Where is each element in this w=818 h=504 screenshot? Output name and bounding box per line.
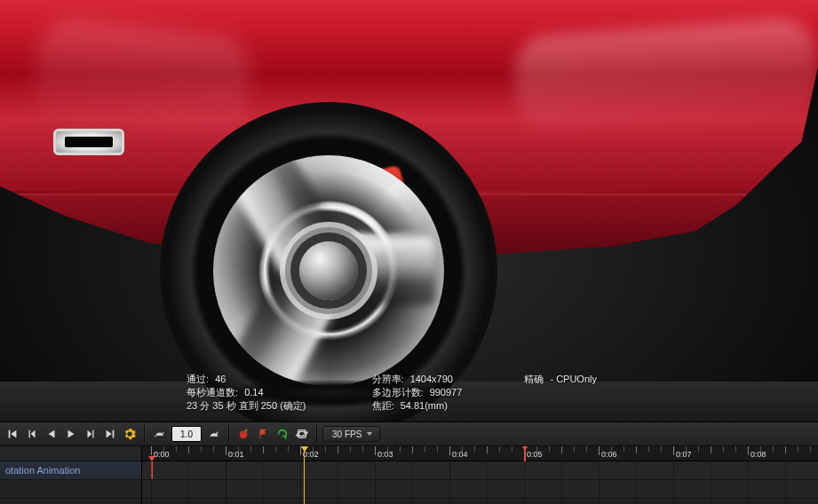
focal-value: 54.81(mm)	[401, 400, 448, 411]
center-hub	[299, 241, 358, 300]
timeline-gridline	[449, 461, 450, 504]
stop-record-icon	[237, 428, 250, 440]
fast-speed-button[interactable]	[205, 425, 223, 443]
timeline-gridline-minor	[263, 461, 264, 504]
goto-end-button[interactable]	[101, 425, 119, 443]
loop-icon	[296, 428, 308, 440]
timeline-gridline	[599, 461, 600, 504]
prev-key-icon	[26, 428, 38, 440]
fps-dropdown[interactable]: 30 FPS	[322, 426, 380, 442]
fps-label: 30 FPS	[332, 429, 361, 439]
track-label-empty[interactable]	[0, 480, 141, 499]
passes-per-sec-label: 每秒通道数:	[187, 387, 238, 398]
timeline-gridline	[151, 461, 152, 504]
render-profile-value: CPUOnly	[556, 374, 597, 384]
refresh-button[interactable]	[274, 425, 291, 443]
stop-record-button[interactable]	[234, 425, 252, 443]
passes-per-sec-value: 0.14	[244, 387, 263, 398]
track-header-spacer	[0, 446, 141, 461]
playback-toolbar: 30 FPS	[0, 421, 818, 446]
chevron-down-icon	[367, 432, 372, 436]
timeline-gridline-minor	[338, 461, 338, 504]
track-label-column: otation Animation	[0, 446, 142, 504]
timeline-gridline	[673, 461, 674, 504]
timeline-panel: otation Animation 0:000:010:020:030:040:…	[0, 446, 818, 504]
gear-icon	[123, 428, 136, 440]
timeline-gridline-minor	[561, 461, 562, 504]
playhead[interactable]	[304, 446, 305, 504]
range-end-marker[interactable]	[524, 446, 526, 461]
passes-label: 通过:	[187, 374, 209, 384]
play-forward-icon	[65, 428, 77, 440]
play-reverse-icon	[45, 428, 58, 440]
timeline-ruler-area[interactable]: 0:000:010:020:030:040:050:060:070:08	[142, 446, 818, 504]
keyframe-flag-button[interactable]	[254, 425, 272, 443]
passes-per-sec-stat: 每秒通道数: 0.14	[187, 386, 310, 399]
resolution-label: 分辨率:	[372, 374, 404, 384]
slow-speed-button[interactable]	[150, 425, 168, 443]
loop-button[interactable]	[293, 425, 311, 443]
specular-highlight	[512, 16, 818, 134]
track-row[interactable]	[142, 480, 818, 499]
timeline-gridline-minor	[785, 461, 786, 504]
timeline-gridline	[748, 461, 749, 504]
prev-keyframe-button[interactable]	[23, 425, 41, 443]
polycount-stat: 多边形计数: 990977	[372, 386, 463, 399]
keyframe-flag-icon	[257, 428, 269, 440]
turtle-icon	[153, 428, 165, 440]
timeline-gridline-minor	[487, 461, 488, 504]
rabbit-icon	[208, 428, 220, 440]
track-label-rotation-animation[interactable]: otation Animation	[0, 461, 141, 480]
goto-start-button[interactable]	[4, 425, 21, 443]
polycount-label: 多边形计数:	[372, 387, 424, 398]
wheel-rim	[213, 155, 444, 386]
polycount-value: 990977	[430, 387, 463, 398]
render-profile-label: 精确	[524, 374, 544, 384]
play-reverse-button[interactable]	[43, 425, 60, 443]
eta-stat: 23 分 35 秒 直到 250 (确定)	[187, 399, 310, 413]
toolbar-divider	[228, 425, 229, 443]
passes-stat: 通过: 46	[187, 373, 310, 386]
timeline-gridline	[375, 461, 376, 504]
track-row[interactable]	[142, 461, 818, 480]
timeline-gridline	[226, 461, 226, 504]
render-viewport[interactable]: 通过: 46 每秒通道数: 0.14 23 分 35 秒 直到 250 (确定)…	[0, 0, 818, 421]
resolution-value: 1404x790	[410, 374, 453, 384]
focal-stat: 焦距: 54.81(mm)	[372, 399, 463, 413]
eta-text: 23 分 35 秒 直到 250 (确定)	[187, 400, 306, 411]
timeline-gridline	[524, 461, 525, 504]
side-marker-light	[53, 129, 124, 155]
play-forward-button[interactable]	[62, 425, 80, 443]
timeline-gridline-minor	[188, 461, 189, 504]
passes-value: 46	[215, 374, 226, 384]
timeline-gridline	[300, 461, 301, 504]
timeline-ruler[interactable]: 0:000:010:020:030:040:050:060:070:08	[142, 446, 818, 461]
timeline-gridline-minor	[636, 461, 637, 504]
render-stats-overlay: 通过: 46 每秒通道数: 0.14 23 分 35 秒 直到 250 (确定)…	[187, 373, 597, 413]
goto-start-icon	[6, 428, 19, 440]
track-label-text: otation Animation	[5, 465, 80, 476]
goto-end-icon	[104, 428, 116, 440]
toolbar-divider	[144, 425, 145, 443]
playback-speed-input[interactable]	[171, 426, 202, 442]
next-keyframe-button[interactable]	[82, 425, 99, 443]
render-profile-stat: 精确 - CPUOnly	[524, 373, 597, 386]
svg-point-0	[240, 431, 248, 439]
next-key-icon	[84, 428, 97, 440]
timeline-gridline-minor	[711, 461, 711, 504]
playback-settings-button[interactable]	[121, 425, 139, 443]
toolbar-divider	[316, 425, 317, 443]
focal-label: 焦距:	[372, 400, 394, 411]
timeline-gridline-minor	[412, 461, 413, 504]
resolution-stat: 分辨率: 1404x790	[372, 373, 463, 386]
refresh-icon	[276, 428, 289, 440]
